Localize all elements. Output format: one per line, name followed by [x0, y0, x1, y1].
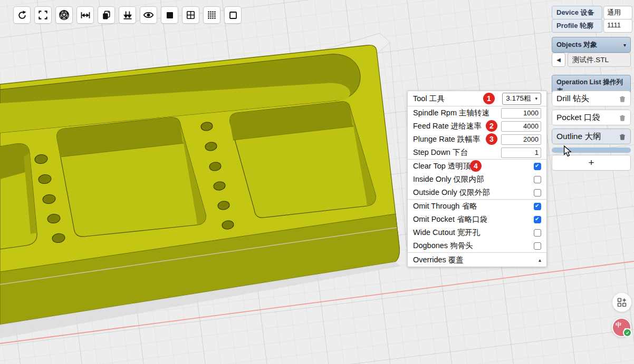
device-label: Device 设备	[552, 6, 602, 19]
solid-view-button[interactable]	[161, 6, 178, 24]
omit-through-row: Omit Through 省略	[408, 199, 546, 213]
object-back-button[interactable]: ◀	[552, 53, 565, 67]
fit-view-icon	[38, 10, 48, 20]
duplicate-icon	[101, 10, 111, 20]
omit-pocket-label: Omit Pocket 省略口袋	[413, 214, 531, 224]
device-value[interactable]: 通用	[603, 6, 632, 19]
operation-row-outline[interactable]: Outline 大纲	[552, 129, 631, 144]
annotation-badge-2: 2	[486, 120, 497, 132]
profile-value[interactable]: 1111	[603, 19, 632, 33]
dogbones-row: Dogbones 狗骨头	[408, 239, 546, 252]
overrides-label: Overrides 覆盖	[413, 255, 535, 265]
operation-label: Pocket 口袋	[556, 112, 600, 123]
spindle-rpm-label: Spindle Rpm 主轴转速	[413, 108, 498, 118]
collapse-up-icon: ▴	[539, 257, 541, 263]
operation-row-pocket[interactable]: Pocket 口袋	[552, 110, 631, 125]
outside-only-label: Outside Only 仅限外部	[413, 188, 531, 198]
quad-grid-icon	[186, 10, 196, 20]
overrides-row[interactable]: Overrides 覆盖 ▴	[408, 252, 546, 267]
tool-row: Tool 工具 1 3.175粗 ▾	[408, 91, 546, 106]
step-down-label: Step Down 下台	[413, 147, 498, 158]
wide-cutout-checkbox[interactable]	[534, 229, 541, 237]
step-down-input[interactable]	[501, 147, 541, 158]
trash-icon[interactable]	[619, 133, 626, 141]
visibility-eye-icon	[143, 9, 154, 21]
wireframe-sphere-icon	[59, 9, 70, 21]
chevron-down-icon: ▾	[535, 96, 537, 101]
drop-to-floor-icon	[122, 10, 133, 21]
wide-cutout-row: Wide Cutout 宽开孔	[408, 226, 546, 239]
operation-drag-bar[interactable]	[552, 147, 631, 153]
fit-view-button[interactable]	[34, 6, 52, 24]
objects-header[interactable]: Objects 对象 ▾	[552, 37, 631, 53]
dot-grid-button[interactable]	[203, 6, 220, 24]
object-name[interactable]: 测试件.STL	[568, 53, 631, 67]
translate-icon: 中 A	[613, 319, 630, 336]
plus-icon: +	[588, 157, 594, 169]
chevron-down-icon: ▾	[623, 42, 626, 48]
annotation-badge-4: 4	[470, 160, 482, 172]
rotate-icon	[17, 10, 27, 21]
inside-only-row: Inside Only 仅限内部	[408, 173, 546, 186]
clear-top-row: Clear Top 透明顶部 4	[408, 159, 546, 173]
width-bounds-button[interactable]	[76, 6, 94, 24]
clear-top-checkbox[interactable]	[534, 163, 541, 170]
trash-icon[interactable]	[619, 114, 626, 122]
rotate-button[interactable]	[13, 6, 31, 24]
profile-label: Profile 轮廓	[552, 19, 602, 33]
spindle-rpm-row: Spindle Rpm 主轴转速	[408, 106, 546, 120]
objects-header-label: Objects 对象	[556, 40, 597, 50]
chevron-left-icon: ◀	[556, 57, 561, 63]
omit-through-label: Omit Through 省略	[413, 201, 531, 211]
step-down-row: Step Down 下台	[408, 146, 546, 159]
operation-label: Drill 钻头	[556, 93, 589, 104]
add-operation-button[interactable]: +	[552, 155, 631, 171]
annotation-badge-1: 1	[483, 93, 495, 104]
plunge-rate-input[interactable]	[501, 134, 541, 145]
dogbones-checkbox[interactable]	[534, 242, 541, 250]
toolbar	[13, 6, 242, 24]
tool-select-value: 3.175粗	[506, 94, 531, 103]
omit-through-checkbox[interactable]	[534, 203, 541, 210]
device-row: Device 设备 通用	[552, 6, 632, 19]
solid-square-icon	[165, 11, 175, 20]
tool-select[interactable]: 3.175粗 ▾	[502, 93, 541, 105]
outside-only-row: Outside Only 仅限外部	[408, 186, 546, 199]
feed-rate-label: Feed Rate 进给速率	[413, 121, 498, 131]
annotation-badge-3: 3	[486, 133, 497, 145]
wide-cutout-label: Wide Cutout 宽开孔	[413, 228, 531, 238]
plunge-rate-row: Plunge Rate 跌幅率 3	[408, 133, 546, 146]
inside-only-checkbox[interactable]	[534, 176, 541, 183]
inside-only-label: Inside Only 仅限内部	[413, 174, 531, 184]
omit-pocket-row: Omit Pocket 省略口袋	[408, 213, 546, 226]
translate-extension-button[interactable]: 中 A	[612, 318, 631, 337]
omit-pocket-checkbox[interactable]	[534, 216, 541, 223]
quad-view-button[interactable]	[182, 6, 199, 24]
spindle-rpm-input[interactable]	[501, 108, 541, 119]
widgets-extension-button[interactable]	[612, 293, 631, 312]
trash-icon[interactable]	[619, 95, 626, 103]
object-row: ◀ 测试件.STL	[552, 53, 631, 67]
operation-label: Outline 大纲	[556, 131, 601, 142]
dot-grid-icon	[207, 10, 217, 20]
feed-rate-row: Feed Rate 进给速率 2	[408, 120, 546, 133]
width-bounds-icon	[80, 10, 91, 21]
outline-square-icon	[228, 11, 238, 20]
outside-only-checkbox[interactable]	[534, 189, 541, 196]
tool-settings-panel: Tool 工具 1 3.175粗 ▾ Spindle Rpm 主轴转速 Feed…	[407, 91, 547, 267]
plunge-rate-label: Plunge Rate 跌幅率	[413, 134, 498, 144]
outline-view-button[interactable]	[224, 6, 242, 24]
pocket-middle	[57, 117, 206, 237]
check-badge-icon	[623, 328, 632, 337]
profile-row: Profile 轮廓 1111	[552, 19, 632, 33]
feed-rate-input[interactable]	[501, 121, 541, 132]
visibility-button[interactable]	[140, 6, 157, 24]
operation-row-drill[interactable]: Drill 钻头	[552, 91, 631, 106]
wireframe-button[interactable]	[55, 6, 73, 24]
drop-to-floor-button[interactable]	[119, 6, 136, 24]
widgets-icon	[617, 297, 627, 308]
dogbones-label: Dogbones 狗骨头	[413, 241, 531, 251]
duplicate-button[interactable]	[98, 6, 115, 24]
